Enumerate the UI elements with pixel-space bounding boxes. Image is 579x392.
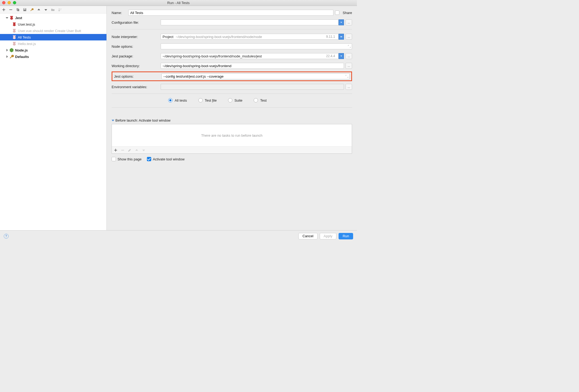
browse-button[interactable]: ... — [346, 34, 352, 40]
jest-icon — [9, 16, 14, 20]
move-up-icon[interactable] — [135, 148, 139, 152]
show-this-page-option[interactable]: Show this page — [112, 157, 142, 161]
interpreter-version: 9.11.1 — [326, 35, 336, 39]
node-interpreter-input[interactable]: Project ~/dev/spring-boot/spring-boot-vu… — [161, 34, 339, 40]
move-up-icon[interactable] — [37, 8, 41, 12]
sidebar: Jest User.test.js User.vue.should render… — [0, 6, 107, 230]
section-caret-icon[interactable] — [112, 120, 114, 121]
sidebar-toolbar — [0, 6, 106, 13]
tree-node-user-test[interactable]: User.test.js — [0, 21, 106, 27]
radio-test-file[interactable]: Test file — [198, 98, 217, 102]
radio-label: Test — [260, 98, 267, 102]
radio-label: Suite — [235, 98, 243, 102]
jest-options-highlight: Jest options: — [112, 71, 352, 81]
radio-label: All tests — [175, 98, 187, 102]
divider — [112, 107, 352, 108]
caret-right-icon — [6, 55, 8, 58]
share-checkbox[interactable] — [335, 11, 339, 15]
save-icon[interactable] — [23, 8, 27, 12]
cancel-button[interactable]: Cancel — [298, 233, 317, 239]
tree-node-nodejs[interactable]: Node.js — [0, 47, 106, 53]
working-dir-label: Working directory: — [112, 64, 161, 68]
node-options-input[interactable] — [161, 43, 352, 49]
minimize-window-icon[interactable] — [8, 1, 11, 4]
close-window-icon[interactable] — [2, 1, 5, 4]
caret-down-icon — [6, 17, 8, 19]
remove-icon[interactable] — [9, 8, 13, 12]
activate-tool-window-label: Activate tool window — [153, 157, 185, 161]
settings-wrench-icon[interactable] — [30, 8, 34, 12]
jest-package-path: ~/dev/spring-boot/spring-boot-vuejs/fron… — [163, 54, 262, 58]
tree-node-all-tests[interactable]: All Tests — [0, 34, 106, 40]
jest-package-version: 22.4.4 — [326, 54, 336, 58]
help-icon[interactable]: ? — [4, 234, 9, 239]
window-title: Run - All Tests — [167, 1, 190, 5]
tree-label: Hello.test.js — [18, 42, 36, 46]
jest-options-input[interactable] — [161, 73, 350, 79]
expand-icon[interactable] — [345, 75, 349, 78]
jest-icon — [12, 22, 17, 26]
before-launch-toolbar — [112, 146, 352, 153]
radio-icon — [254, 98, 258, 102]
footer: ? Cancel Apply Run — [0, 230, 357, 242]
activate-tool-window-option[interactable]: Activate tool window — [147, 157, 185, 161]
before-launch-label: Before launch: Activate tool window — [115, 118, 171, 122]
tree-label: Jest — [15, 16, 22, 20]
before-launch-section: Before launch: Activate tool window Ther… — [112, 118, 352, 161]
radio-suite[interactable]: Suite — [228, 98, 243, 102]
test-scope-radios: All tests Test file Suite Test — [112, 98, 352, 102]
nodejs-icon — [9, 48, 14, 52]
dropdown-icon[interactable] — [339, 53, 344, 59]
before-launch-empty-text: There are no tasks to run before launch — [112, 124, 352, 146]
jest-icon — [12, 42, 17, 46]
tree-node-hello-test[interactable]: Hello.test.js — [0, 40, 106, 47]
tree-label: User.test.js — [18, 22, 35, 26]
add-icon[interactable] — [113, 148, 118, 152]
browse-button[interactable]: ... — [346, 19, 352, 25]
browse-button[interactable]: ... — [346, 84, 352, 90]
dropdown-icon[interactable] — [339, 19, 344, 25]
radio-label: Test file — [205, 98, 217, 102]
show-this-page-checkbox — [112, 157, 116, 161]
main-panel: Name: Share Configuration file: ... Node… — [107, 6, 357, 230]
remove-icon[interactable] — [120, 148, 125, 152]
interpreter-path: ~/dev/spring-boot/spring-boot-vuejs/fron… — [175, 35, 262, 39]
add-icon[interactable] — [2, 8, 6, 12]
browse-button[interactable]: ... — [346, 53, 352, 59]
move-down-icon[interactable] — [44, 8, 48, 12]
radio-icon — [168, 98, 173, 102]
jest-package-label: Jest package: — [112, 54, 161, 58]
sort-icon[interactable] — [58, 8, 62, 12]
run-button[interactable]: Run — [339, 233, 353, 239]
jest-package-input[interactable]: ~/dev/spring-boot/spring-boot-vuejs/fron… — [161, 53, 339, 59]
show-this-page-label: Show this page — [118, 157, 142, 161]
env-vars-input[interactable] — [161, 84, 344, 90]
caret-right-icon — [6, 49, 8, 51]
radio-test[interactable]: Test — [254, 98, 267, 102]
folder-icon[interactable] — [51, 8, 55, 12]
browse-button[interactable]: ... — [346, 63, 352, 69]
config-file-input[interactable] — [161, 19, 339, 25]
edit-icon[interactable] — [127, 148, 132, 152]
copy-icon[interactable] — [16, 8, 20, 12]
name-label: Name: — [112, 11, 128, 15]
apply-button[interactable]: Apply — [320, 233, 337, 239]
tree-label: Defaults — [15, 55, 29, 59]
dropdown-icon[interactable] — [339, 34, 344, 40]
divider — [112, 29, 352, 29]
config-tree: Jest User.test.js User.vue.should render… — [0, 13, 106, 230]
move-down-icon[interactable] — [142, 148, 146, 152]
titlebar: Run - All Tests — [0, 0, 357, 6]
expand-icon[interactable] — [348, 45, 351, 48]
tree-node-user-vue[interactable]: User.vue.should render Create User Butt — [0, 27, 106, 34]
interpreter-prefix: Project — [163, 35, 173, 39]
zoom-window-icon[interactable] — [13, 1, 16, 4]
share-label: Share — [343, 11, 352, 15]
radio-all-tests[interactable]: All tests — [168, 98, 187, 102]
tree-node-defaults[interactable]: Defaults — [0, 53, 106, 60]
tree-label: All Tests — [18, 35, 31, 39]
window-controls — [2, 1, 16, 4]
name-input[interactable] — [128, 10, 333, 16]
tree-node-jest[interactable]: Jest — [0, 15, 106, 21]
working-dir-input[interactable] — [161, 63, 344, 69]
